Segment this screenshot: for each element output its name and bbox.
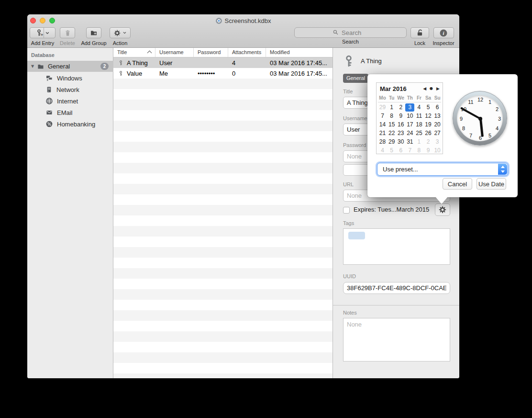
calendar-day[interactable]: 2	[423, 138, 432, 146]
calendar-day[interactable]: 7	[378, 112, 387, 120]
calendar-day[interactable]: 24	[405, 129, 414, 137]
column-header-username[interactable]: Username	[155, 48, 194, 57]
calendar-day[interactable]: 2	[396, 103, 405, 112]
calendar-day[interactable]: 18	[414, 121, 423, 129]
calendar-day[interactable]: 31	[405, 138, 414, 146]
entry-row-a-thing[interactable]: A Thing User 4 03 Mar 2016 17:45...	[113, 57, 332, 68]
select-stepper[interactable]	[498, 164, 507, 175]
calendar-day[interactable]: 23	[396, 129, 405, 137]
calendar-day[interactable]: 15	[387, 121, 396, 129]
use-preset-select[interactable]: Use preset...	[377, 163, 508, 176]
calendar-day[interactable]: 4	[378, 147, 387, 155]
sidebar-item-label: General	[48, 63, 70, 70]
calendar-today-icon[interactable]: ●	[430, 86, 433, 91]
inspector-label: Inspector	[429, 40, 458, 46]
key-icon	[118, 70, 123, 77]
calendar-day[interactable]: 5	[387, 147, 396, 155]
calendar-day[interactable]: 3	[433, 138, 442, 146]
calendar-day[interactable]: 8	[387, 112, 396, 120]
calendar-day[interactable]: 10	[433, 147, 442, 155]
cell-username: User	[155, 59, 194, 67]
calendar-prev-icon[interactable]: ◀	[423, 86, 426, 91]
lock-button[interactable]	[410, 27, 429, 38]
email-icon	[45, 109, 53, 116]
calendar-day[interactable]: 9	[396, 112, 405, 120]
tab-general[interactable]: General	[343, 74, 368, 83]
window-header: Screenshot.kdbx + Add Entry Delete	[27, 14, 459, 48]
tag-token[interactable]	[348, 232, 365, 239]
column-header-password[interactable]: Password	[194, 48, 228, 57]
sidebar-item-general[interactable]: ▼ General 2	[27, 61, 113, 72]
expires-date-picker-button[interactable]	[435, 203, 450, 216]
calendar-day[interactable]: 4	[414, 103, 423, 112]
calendar-day[interactable]: 30	[396, 138, 405, 146]
uuid-field[interactable]	[343, 282, 450, 294]
plus-icon: +	[41, 33, 43, 37]
calendar-day[interactable]: 29	[387, 138, 396, 146]
calendar-day[interactable]: 28	[378, 138, 387, 146]
calendar-day[interactable]: 10	[405, 112, 414, 120]
disclosure-triangle-icon[interactable]: ▼	[31, 64, 37, 68]
calendar-day[interactable]: 21	[378, 129, 387, 137]
calendar-day[interactable]: 8	[414, 147, 423, 155]
chevron-down-icon	[122, 31, 127, 35]
calendar-day[interactable]: 1	[414, 138, 423, 146]
action-label: Action	[110, 40, 131, 46]
use-date-button[interactable]: Use Date	[477, 178, 506, 190]
chevron-down-icon[interactable]	[45, 31, 50, 35]
column-header-title[interactable]: Title	[113, 48, 155, 57]
calendar-day[interactable]: 19	[423, 121, 432, 129]
tags-box[interactable]	[343, 228, 450, 265]
cancel-button[interactable]: Cancel	[443, 178, 472, 190]
sidebar-item-email[interactable]: EMail	[27, 107, 113, 118]
column-header-attachments[interactable]: Attachments	[228, 48, 266, 57]
calendar-day[interactable]: 20	[433, 121, 442, 129]
sidebar-item-internet[interactable]: Internet	[27, 95, 113, 107]
delete-button[interactable]	[60, 27, 75, 38]
calendar-day[interactable]: 22	[387, 129, 396, 137]
date-picker-popover: Mar 2016 ◀ ● ▶ MoTuWeThFrSaSu 29123456 7…	[367, 74, 518, 197]
search-icon	[332, 29, 339, 35]
calendar-day[interactable]: 29	[378, 103, 387, 112]
lock-label: Lock	[410, 40, 429, 46]
calendar-day[interactable]: 1	[387, 103, 396, 112]
calendar-day[interactable]: 5	[423, 103, 432, 112]
screen-background: Screenshot.kdbx + Add Entry Delete	[0, 0, 532, 418]
clock-number: 9	[460, 116, 463, 122]
calendar-day[interactable]: 6	[396, 147, 405, 155]
sidebar-item-network[interactable]: Network	[27, 84, 113, 95]
calendar-day[interactable]: 16	[396, 121, 405, 129]
calendar-day[interactable]: 9	[423, 147, 432, 155]
calendar-next-icon[interactable]: ▶	[436, 86, 440, 91]
chevron-down-icon	[501, 170, 505, 173]
notes-field[interactable]	[343, 318, 450, 362]
expires-checkbox[interactable]	[343, 207, 350, 214]
calendar-day[interactable]: 27	[433, 129, 442, 137]
calendar-day[interactable]: 14	[378, 121, 387, 129]
calendar-day[interactable]: 25	[414, 129, 423, 137]
calendar-day[interactable]: 13	[433, 112, 442, 120]
calendar-week-row: 28293031123	[378, 138, 442, 146]
column-header-modified[interactable]: Modified	[266, 48, 332, 57]
folder-plus-icon	[90, 29, 98, 36]
clock-number: 12	[477, 97, 483, 102]
action-button[interactable]	[110, 27, 131, 38]
entry-row-value[interactable]: Value Me •••••••• 0 03 Mar 2016 17:45...	[113, 68, 332, 79]
analog-clock[interactable]: 12 1 2 3 4 5 6 7 8 9 10 11	[453, 91, 507, 146]
cell-title: A Thing	[127, 59, 148, 67]
calendar-day[interactable]: 17	[405, 121, 414, 129]
calendar-day[interactable]: 12	[423, 112, 432, 120]
add-entry-button[interactable]: +	[30, 27, 55, 38]
chevron-up-icon	[501, 166, 505, 168]
sidebar-item-windows[interactable]: Windows	[27, 72, 113, 84]
add-group-button[interactable]	[86, 27, 101, 38]
calendar-day[interactable]: 7	[405, 147, 414, 155]
inspector-button[interactable]	[433, 27, 454, 38]
cell-attachments: 4	[228, 59, 266, 67]
search-input[interactable]	[294, 27, 407, 38]
calendar-day[interactable]: 11	[414, 112, 423, 120]
calendar-day[interactable]: 26	[423, 129, 432, 137]
calendar-day-selected[interactable]: 3	[405, 103, 414, 112]
sidebar-item-homebanking[interactable]: Homebanking	[27, 118, 113, 130]
calendar-day[interactable]: 6	[433, 103, 442, 112]
